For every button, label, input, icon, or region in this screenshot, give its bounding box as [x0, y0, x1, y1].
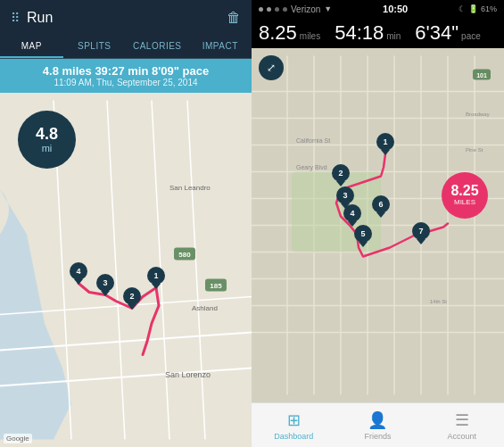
battery-icon: 🔋 — [468, 4, 478, 13]
svg-text:California St: California St — [296, 137, 330, 144]
moon-icon: ☾ — [459, 4, 466, 13]
friends-label: Friends — [364, 432, 391, 441]
waypoint-1: 1 — [147, 267, 169, 292]
svg-text:Broadway: Broadway — [466, 112, 490, 117]
expand-button[interactable]: ⤢ — [259, 55, 284, 80]
run-title: Run — [27, 10, 53, 26]
svg-text:185: 185 — [210, 282, 222, 290]
right-tabbar: ⊞ Dashboard 👤 Friends ☰ Account — [252, 402, 504, 447]
pace-value: 6'34" — [415, 21, 459, 45]
tab-friends[interactable]: 👤 Friends — [335, 403, 419, 447]
miles-label: MILES — [454, 198, 475, 206]
carrier-label: Verizon — [291, 4, 320, 14]
nav-splits[interactable]: SPLITS — [63, 36, 127, 58]
miles-value: 8.25 — [450, 184, 478, 198]
account-label: Account — [448, 432, 477, 441]
svg-text:580: 580 — [178, 251, 191, 259]
tab-dashboard[interactable]: ⊞ Dashboard — [252, 403, 335, 447]
status-bar: Verizon ▼ 10:50 ☾ 🔋 61% — [252, 0, 504, 18]
signal-dot-2 — [267, 7, 271, 12]
time-unit: min — [386, 31, 401, 41]
miles-badge: 8.25 MILES — [442, 172, 488, 219]
friends-icon: 👤 — [368, 410, 387, 430]
nav-calories[interactable]: CALORIES — [126, 36, 189, 58]
svg-text:101: 101 — [476, 72, 487, 79]
map-background: 580 185 San Leandro Ashland San Lorenzo … — [0, 93, 252, 447]
right-map: California St Geary Blvd Broadway Pine S… — [252, 48, 504, 402]
signal-dot-4 — [283, 7, 287, 12]
left-nav: MAP SPLITS CALORIES IMPACT — [0, 36, 252, 59]
account-icon: ☰ — [455, 410, 469, 430]
left-header: ⠿ Run 🗑 — [0, 0, 252, 36]
dashboard-label: Dashboard — [274, 432, 313, 441]
distance-unit: miles — [300, 31, 320, 41]
distance-value: 8.25 — [259, 21, 297, 45]
right-waypoint-6: 6 — [372, 195, 393, 220]
status-time: 10:50 — [383, 4, 408, 14]
expand-icon: ⤢ — [267, 62, 276, 74]
distance-metric: 8.25 miles — [259, 21, 320, 45]
time-value: 54:18 — [335, 21, 384, 45]
nav-map[interactable]: MAP — [0, 36, 63, 58]
wifi-icon: ▼ — [324, 4, 332, 13]
status-left: Verizon ▼ — [259, 4, 332, 14]
battery-percent: 61% — [481, 4, 497, 13]
distance-unit: mi — [42, 143, 53, 153]
waypoint-4: 4 — [70, 262, 91, 287]
dots-icon: ⠿ — [11, 11, 20, 25]
svg-text:14th St: 14th St — [430, 299, 447, 304]
dashboard-icon: ⊞ — [287, 410, 301, 430]
trash-icon[interactable]: 🗑 — [227, 10, 241, 26]
waypoint-3: 3 — [96, 274, 118, 299]
signal-dot-1 — [259, 7, 263, 12]
stats-line1: 4.8 miles 39:27 min 8'09" pace — [11, 64, 241, 78]
google-logo: Google — [4, 434, 32, 443]
distance-bubble: 4.8 mi — [18, 111, 76, 169]
svg-text:Geary Blvd: Geary Blvd — [296, 164, 327, 171]
pace-unit: pace — [461, 31, 481, 41]
pace-metric: 6'34" pace — [415, 21, 480, 45]
right-panel: Verizon ▼ 10:50 ☾ 🔋 61% 8.25 miles 54:18… — [252, 0, 504, 447]
right-waypoint-7: 7 — [412, 222, 434, 247]
left-stats: 4.8 miles 39:27 min 8'09" pace 11:09 AM,… — [0, 59, 252, 93]
nav-impact[interactable]: IMPACT — [189, 36, 252, 58]
right-waypoint-5: 5 — [354, 225, 376, 250]
right-map-svg: California St Geary Blvd Broadway Pine S… — [252, 48, 504, 402]
tab-account[interactable]: ☰ Account — [420, 403, 504, 447]
header-left: ⠿ Run — [11, 10, 53, 26]
right-waypoint-2: 2 — [332, 164, 353, 189]
time-metric: 54:18 min — [335, 21, 401, 45]
status-right: ☾ 🔋 61% — [459, 4, 497, 13]
waypoint-2: 2 — [123, 287, 145, 312]
right-map-background: California St Geary Blvd Broadway Pine S… — [252, 48, 504, 402]
right-metrics: 8.25 miles 54:18 min 6'34" pace — [252, 18, 504, 48]
signal-dot-3 — [275, 7, 279, 12]
svg-text:San Lorenzo: San Lorenzo — [165, 370, 211, 379]
left-map: 580 185 San Leandro Ashland San Lorenzo … — [0, 93, 252, 447]
svg-text:Pine St: Pine St — [466, 147, 483, 153]
stats-line2: 11:09 AM, Thu, September 25, 2014 — [11, 78, 241, 87]
svg-text:San Leandro: San Leandro — [169, 184, 211, 192]
distance-value: 4.8 — [36, 126, 58, 144]
svg-text:Ashland: Ashland — [192, 304, 218, 312]
right-waypoint-1: 1 — [376, 133, 398, 158]
left-panel: ⠿ Run 🗑 MAP SPLITS CALORIES IMPACT 4.8 m… — [0, 0, 252, 447]
